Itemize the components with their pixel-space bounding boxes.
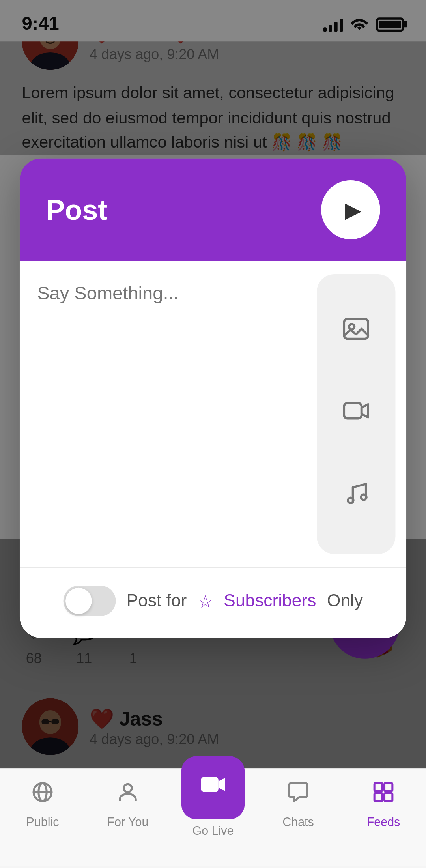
svg-rect-39 <box>385 793 392 801</box>
modal-header: Post ▶ <box>20 159 406 261</box>
svg-point-29 <box>348 497 353 503</box>
go-live-icon <box>199 770 227 805</box>
post-modal: Post ▶ <box>20 159 406 638</box>
svg-point-34 <box>124 784 132 792</box>
app-container: 9:41 <box>0 0 426 866</box>
image-button[interactable] <box>332 309 380 357</box>
nav-feeds[interactable]: Feeds <box>341 780 426 828</box>
nav-go-live[interactable]: Go Live <box>170 780 256 837</box>
bottom-nav: Public For You Go Live <box>0 768 426 866</box>
svg-point-27 <box>349 324 355 330</box>
text-area-container <box>20 261 317 567</box>
feeds-icon <box>372 780 396 811</box>
star-icon: ☆ <box>198 591 213 612</box>
svg-rect-35 <box>201 777 219 792</box>
music-button[interactable] <box>332 471 380 520</box>
nav-public-label: Public <box>26 815 59 828</box>
send-icon: ▶ <box>345 196 361 223</box>
svg-rect-37 <box>385 783 392 791</box>
modal-title: Post <box>46 193 107 227</box>
footer-only-text: Only <box>327 591 363 611</box>
chats-icon <box>286 780 310 811</box>
nav-go-live-label: Go Live <box>192 824 234 837</box>
video-button[interactable] <box>332 390 380 438</box>
svg-point-30 <box>361 494 366 499</box>
video-icon <box>342 397 370 432</box>
go-live-circle <box>181 756 245 819</box>
nav-feeds-label: Feeds <box>367 815 400 828</box>
nav-chats[interactable]: Chats <box>256 780 341 828</box>
modal-footer: Post for ☆ Subscribers Only <box>20 568 406 638</box>
footer-pre-text: Post for <box>126 591 187 611</box>
svg-rect-26 <box>344 320 368 339</box>
media-sidebar <box>317 274 395 554</box>
nav-for-you[interactable]: For You <box>85 780 170 828</box>
svg-rect-28 <box>344 403 361 419</box>
public-icon <box>31 780 55 811</box>
svg-rect-38 <box>374 793 382 801</box>
nav-public[interactable]: Public <box>0 780 85 828</box>
nav-for-you-label: For You <box>107 815 148 828</box>
modal-body <box>20 261 406 567</box>
subscribers-text: Subscribers <box>224 591 316 611</box>
music-icon <box>342 478 370 513</box>
svg-rect-36 <box>374 783 382 791</box>
send-button[interactable]: ▶ <box>321 180 380 239</box>
nav-chats-label: Chats <box>282 815 314 828</box>
subscribers-toggle[interactable] <box>63 586 116 616</box>
image-icon <box>342 315 370 350</box>
for-you-icon <box>116 780 140 811</box>
post-textarea[interactable] <box>37 283 299 501</box>
